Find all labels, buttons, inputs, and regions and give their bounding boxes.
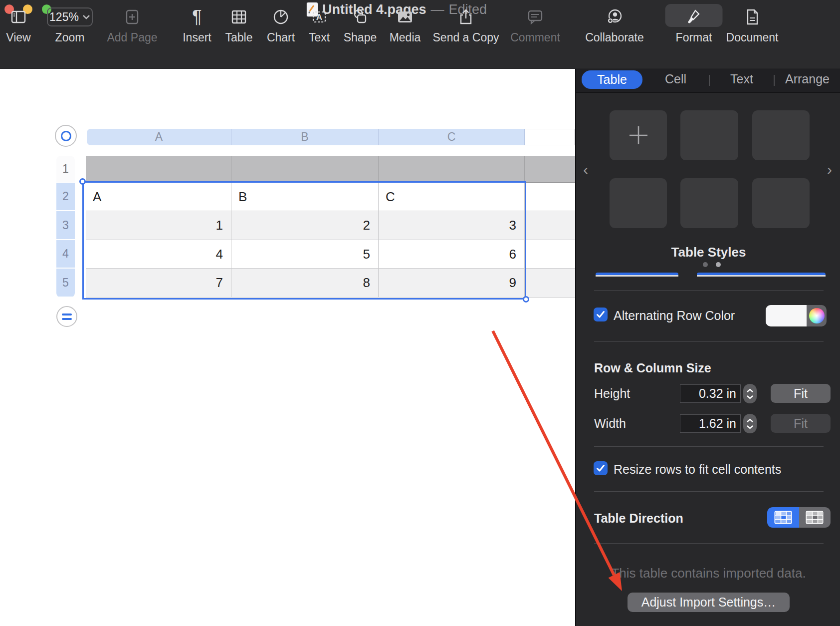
adjust-import-settings-button[interactable]: Adjust Import Settings… xyxy=(628,593,790,612)
table-add-row-handle[interactable] xyxy=(56,306,77,327)
toolbar-collaborate-button[interactable]: Collaborate xyxy=(572,5,657,44)
table-column-headers: A B C xyxy=(87,129,575,145)
table-cell[interactable] xyxy=(379,156,525,183)
height-input[interactable]: 0.32 in xyxy=(680,384,741,403)
tab-text[interactable]: Text xyxy=(730,72,753,86)
tab-cell[interactable]: Cell xyxy=(665,72,686,86)
section-divider xyxy=(594,290,824,291)
resize-rows-checkbox[interactable] xyxy=(594,461,608,475)
share-icon xyxy=(456,7,476,27)
section-divider xyxy=(594,341,824,342)
table-cell[interactable] xyxy=(231,156,379,183)
column-header-d-partial[interactable] xyxy=(525,129,575,145)
resize-rows-label: Resize rows to fit cell contents xyxy=(614,462,781,477)
cell-selection-outline xyxy=(82,181,526,300)
styles-prev-button[interactable]: ‹ xyxy=(583,161,588,178)
document-canvas[interactable]: A B C 1 2 3 4 5 A B C 1 2 3 xyxy=(0,69,575,626)
tab-arrange[interactable]: Arrange xyxy=(785,72,830,86)
styles-page-dot-2[interactable] xyxy=(716,262,721,267)
height-fit-button[interactable]: Fit xyxy=(771,384,831,403)
selection-handle-bottom-right[interactable] xyxy=(523,296,529,303)
toolbar-comment-button: Comment xyxy=(493,5,578,44)
row-header-1[interactable]: 1 xyxy=(56,156,75,183)
row-header-4[interactable]: 4 xyxy=(56,240,75,269)
table-rtl-icon xyxy=(806,511,824,524)
plus-icon xyxy=(627,123,650,147)
media-image-icon xyxy=(395,7,415,27)
document-icon xyxy=(742,7,762,27)
stepper-down-icon xyxy=(746,425,754,429)
table-cell[interactable] xyxy=(525,269,575,298)
table-ltr-icon xyxy=(774,511,792,524)
styles-next-button[interactable]: › xyxy=(827,161,832,178)
alternating-row-color-checkbox[interactable] xyxy=(594,308,608,321)
table-styles-caption: Table Styles xyxy=(576,245,840,260)
width-fit-button: Fit xyxy=(771,414,831,433)
check-icon xyxy=(596,311,605,318)
tab-separator xyxy=(774,75,775,86)
section-divider xyxy=(594,543,824,544)
alternating-row-color-label: Alternating Row Color xyxy=(614,309,735,323)
table-row[interactable] xyxy=(86,156,575,183)
direction-rtl-button[interactable] xyxy=(799,507,831,528)
table-style-swatch[interactable] xyxy=(752,178,810,228)
styles-page-dot-1[interactable] xyxy=(703,262,708,267)
stepper-up-icon xyxy=(746,418,754,423)
table-style-swatch[interactable] xyxy=(610,178,667,228)
row-header-3[interactable]: 3 xyxy=(56,211,75,240)
style-preview-clipped xyxy=(697,273,826,277)
imported-data-note: This table contains imported data. xyxy=(576,566,840,581)
sidebar-panel-icon xyxy=(8,7,28,27)
width-stepper[interactable] xyxy=(743,414,757,433)
stepper-down-icon xyxy=(746,395,754,399)
toolbar-document-button[interactable]: Document xyxy=(710,5,795,44)
table-style-swatch[interactable] xyxy=(680,178,738,228)
format-sidebar: Table Cell Text Arrange ‹ › Table Styles… xyxy=(575,69,840,626)
table-cell[interactable] xyxy=(525,183,575,211)
row-column-size-heading: Row & Column Size xyxy=(594,361,711,375)
table-row-headers: 1 2 3 4 5 xyxy=(56,156,75,298)
table-style-add[interactable] xyxy=(610,110,667,160)
row-header-2[interactable]: 2 xyxy=(56,183,75,211)
width-label: Width xyxy=(594,416,626,431)
style-preview-clipped xyxy=(596,273,678,277)
zoom-dropdown[interactable]: 125% xyxy=(47,7,93,26)
table-select-handle[interactable] xyxy=(55,125,77,147)
comment-bubble-icon xyxy=(525,7,545,27)
table-cell[interactable] xyxy=(525,211,575,240)
paintbrush-icon xyxy=(684,7,704,27)
row-header-5[interactable]: 5 xyxy=(56,269,75,297)
window-chrome: Untitled 4.pages — Edited View 125% Zoom xyxy=(0,0,840,68)
height-label: Height xyxy=(594,386,630,401)
tab-separator xyxy=(709,75,710,86)
table-style-swatch[interactable] xyxy=(680,110,738,160)
check-icon xyxy=(596,464,605,472)
chevron-down-icon xyxy=(82,14,90,19)
table-select-ring-icon xyxy=(61,131,71,141)
collaborate-person-icon xyxy=(605,7,625,27)
height-stepper[interactable] xyxy=(743,384,757,403)
table-direction-segmented-control xyxy=(767,507,831,528)
alternating-row-color-well[interactable] xyxy=(766,305,827,326)
add-page-icon xyxy=(122,7,142,27)
width-input[interactable]: 1.62 in xyxy=(680,414,741,433)
tab-table[interactable]: Table xyxy=(582,70,642,89)
table-direction-label: Table Direction xyxy=(594,511,683,526)
equal-icon xyxy=(62,313,72,315)
direction-ltr-button[interactable] xyxy=(767,507,799,528)
column-header-b[interactable]: B xyxy=(231,129,379,145)
table-style-swatch[interactable] xyxy=(752,110,810,160)
table-cell[interactable] xyxy=(525,240,575,269)
section-divider xyxy=(594,446,824,447)
table-cell[interactable] xyxy=(86,156,231,183)
table-cell[interactable] xyxy=(525,156,575,183)
current-color-swatch xyxy=(766,305,807,326)
format-tab-bar: Table Cell Text Arrange xyxy=(576,69,840,93)
stepper-up-icon xyxy=(746,388,754,393)
column-header-a[interactable]: A xyxy=(87,129,231,145)
color-wheel-icon xyxy=(809,308,825,323)
section-divider xyxy=(594,491,824,492)
selection-handle-top-left[interactable] xyxy=(79,178,86,185)
zoom-value: 125% xyxy=(49,10,79,24)
column-header-c[interactable]: C xyxy=(379,129,525,145)
